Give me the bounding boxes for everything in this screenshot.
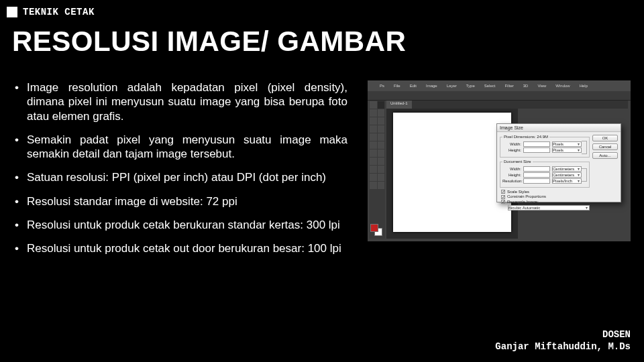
- photoshop-screenshot: Ps File Edit Image Layer Type Select Fil…: [368, 80, 631, 241]
- bullet-item: Resolusi standar image di website: 72 pp…: [12, 194, 347, 208]
- width-input: [523, 141, 550, 147]
- menu-item: Type: [466, 84, 475, 88]
- menu-item: Select: [484, 84, 496, 88]
- ok-button: OK: [592, 135, 618, 141]
- ps-options-bar: [368, 91, 631, 101]
- slide-header: TEKNIK CETAK: [7, 7, 95, 17]
- menu-item: Window: [555, 84, 570, 88]
- bullet-item: Image resolution adalah kepadatan pixel …: [12, 80, 347, 123]
- slide-body: Image resolution adalah kepadatan pixel …: [12, 80, 347, 265]
- ps-toolbox: [369, 101, 385, 239]
- doc-height-input: [523, 172, 550, 178]
- bullet-item: Semakin padat pixel yang menyusun suatu …: [12, 133, 347, 162]
- height-label: Height:: [502, 148, 521, 152]
- bullet-item: Satuan resolusi: PPI (pixel per inch) at…: [12, 170, 347, 184]
- menu-item: Image: [426, 84, 437, 88]
- height-input: [523, 147, 550, 153]
- resolution-input: [523, 178, 550, 184]
- image-size-dialog: Image Size Pixel Dimensions: 24.9M Width…: [496, 123, 621, 202]
- doc-height-label: Height:: [502, 173, 521, 177]
- cancel-button: Cancel: [592, 143, 618, 150]
- footer-role: DOSEN: [495, 328, 631, 341]
- document-size-group: Document Size Width: Centimeters Height:: [500, 160, 590, 188]
- course-label: TEKNIK CETAK: [23, 7, 95, 17]
- link-icon: [582, 141, 587, 154]
- menu-item: View: [537, 84, 546, 88]
- ps-document-tab: Untitled-1: [386, 101, 412, 109]
- ps-swatch-icon: [370, 224, 382, 236]
- footer-author: Ganjar Miftahuddin, M.Ds: [495, 341, 631, 353]
- resample-check: Resample Image:: [501, 200, 590, 204]
- ps-logo-icon: Ps: [380, 84, 384, 88]
- menu-item: Edit: [410, 84, 417, 88]
- menu-item: File: [394, 84, 400, 88]
- width-label: Width:: [502, 142, 521, 146]
- dialog-title: Image Size: [497, 124, 621, 132]
- menu-item: Help: [580, 84, 588, 88]
- menu-item: Layer: [447, 84, 457, 88]
- doc-height-unit: Centimeters: [552, 172, 582, 178]
- doc-width-input: [523, 166, 550, 172]
- scale-styles-check: Scale Styles: [501, 190, 590, 194]
- slide: TEKNIK CETAK RESOLUSI IMAGE/ GAMBAR Imag…: [0, 0, 644, 362]
- width-unit-select: Pixels: [552, 141, 582, 147]
- constrain-check: Constrain Proportions: [501, 194, 590, 198]
- slide-title: RESOLUSI IMAGE/ GAMBAR: [12, 25, 406, 58]
- resolution-unit: Pixels/Inch: [552, 178, 582, 184]
- height-unit-select: Pixels: [552, 147, 582, 153]
- slide-footer: DOSEN Ganjar Miftahuddin, M.Ds: [495, 328, 631, 353]
- resample-method-select: Bicubic Automatic: [508, 205, 590, 210]
- ps-tabs: Untitled-1: [386, 101, 628, 109]
- ps-page: [393, 113, 511, 232]
- pixel-dimensions-label: Pixel Dimensions: 24.9M: [502, 135, 549, 139]
- header-marker: [7, 7, 17, 17]
- ps-menubar: Ps File Edit Image Layer Type Select Fil…: [368, 80, 631, 91]
- doc-width-label: Width:: [502, 167, 521, 171]
- doc-width-unit: Centimeters: [552, 166, 582, 172]
- link-icon: [582, 168, 587, 182]
- auto-button: Auto...: [592, 152, 618, 159]
- bullet-item: Resolusi untuk produk cetak berukuran st…: [12, 218, 347, 232]
- document-size-label: Document Size: [502, 160, 533, 164]
- resolution-label: Resolution:: [502, 179, 521, 183]
- menu-item: 3D: [523, 84, 529, 88]
- bullet-item: Resolusi untuk produk cetak out door ber…: [12, 241, 347, 255]
- menu-item: Filter: [504, 84, 513, 88]
- pixel-dimensions-group: Pixel Dimensions: 24.9M Width: Pixels He…: [500, 135, 590, 158]
